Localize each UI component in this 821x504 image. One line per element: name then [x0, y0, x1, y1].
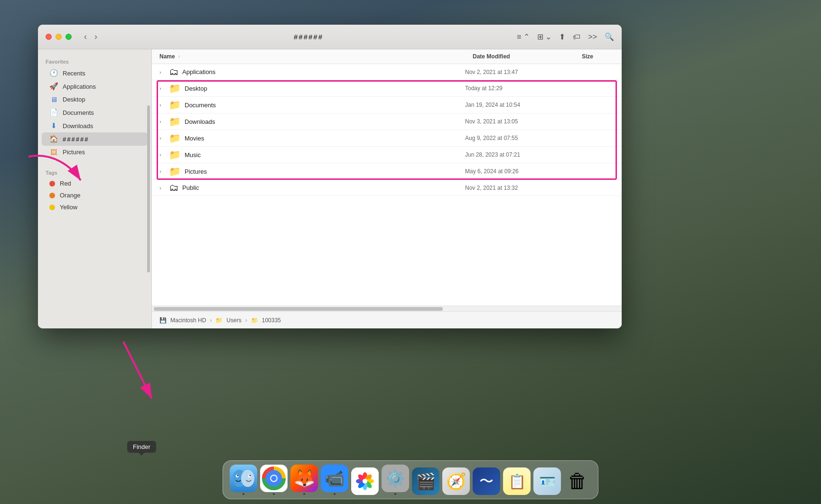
file-list: › 🗂 Applications Nov 2, 2021 at 13:47 › [152, 64, 622, 306]
file-row-documents[interactable]: › 📁 Documents Jan 19, 2024 at 10:54 [152, 97, 622, 113]
finder-window: ‹ › ###### ≡ ⌃ ⊞ ⌄ ⬆ 🏷 >> 🔍 Favorites 🕐 … [38, 25, 622, 328]
recents-icon: 🕐 [49, 69, 58, 77]
sidebar-item-red[interactable]: Red [42, 177, 148, 189]
finder-dot [243, 493, 244, 495]
file-row-applications[interactable]: › 🗂 Applications Nov 2, 2021 at 13:47 [152, 64, 622, 80]
file-row-movies-name: › 📁 Movies [152, 132, 465, 144]
main-content: Favorites 🕐 Recents 🚀 Applications 🖥 Des… [38, 49, 622, 328]
dock-item-wave[interactable]: 〜 [473, 467, 500, 495]
file-row-music-name: › 📁 Music [152, 149, 465, 160]
name-column-header[interactable]: Name ↑ [152, 53, 465, 60]
favorites-label: Favorites [38, 55, 151, 66]
file-row-music[interactable]: › 📁 Music Jun 28, 2023 at 07:21 [152, 147, 622, 163]
finder-tooltip: Finder [127, 441, 156, 453]
sidebar-item-desktop[interactable]: 🖥 Desktop [42, 93, 148, 106]
firefox-dot [303, 493, 305, 495]
settings-icon: ⚙️ [382, 465, 409, 492]
column-headers: Name ↑ Date Modified Size [152, 49, 622, 64]
sidebar-item-downloads[interactable]: ⬇ Downloads [42, 119, 148, 132]
breadcrumb-users-label: Users [226, 317, 241, 324]
trash-icon: 🗑 [564, 467, 591, 495]
minimize-button[interactable] [56, 34, 62, 40]
desktop-icon: 🖥 [49, 95, 58, 103]
forward-button[interactable]: › [92, 30, 100, 44]
home-icon: 🏠 [49, 135, 58, 143]
pictures-folder-icon: 📁 [169, 166, 181, 177]
sidebar-item-yellow[interactable]: Yellow [42, 201, 148, 213]
downloads-icon: ⬇ [49, 121, 58, 130]
tags-label: Tags [38, 166, 151, 177]
list-view-icon[interactable]: ≡ ⌃ [517, 32, 530, 41]
yellow-tag-label: Yellow [60, 204, 77, 211]
quicktime-icon: 🎬 [412, 467, 439, 495]
sidebar-item-recents[interactable]: 🕐 Recents [42, 66, 148, 80]
more-icon[interactable]: >> [588, 33, 597, 41]
expand-arrow: › [159, 152, 165, 158]
dock-item-quicktime[interactable]: 🎬 [412, 467, 439, 495]
tag-icon[interactable]: 🏷 [573, 33, 580, 41]
documents-icon: 📄 [49, 108, 58, 117]
orange-tag-icon [49, 193, 55, 198]
expand-arrow: › [159, 168, 165, 174]
svg-point-8 [250, 475, 251, 476]
dock-item-photos[interactable] [351, 467, 379, 495]
documents-folder-icon: 📁 [169, 99, 181, 111]
orange-tag-label: Orange [60, 192, 80, 199]
dock-item-finder[interactable] [230, 465, 257, 495]
file-row-desktop-name: › 📁 Desktop [152, 83, 465, 94]
expand-arrow: › [159, 102, 165, 108]
size-column-header[interactable]: Size [574, 53, 622, 60]
back-button[interactable]: ‹ [81, 30, 90, 44]
status-bar: 💾 Macintosh HD › 📁 Users › 📁 100335 [152, 311, 622, 328]
sidebar-item-applications-label: Applications [63, 83, 96, 90]
svg-point-14 [271, 476, 277, 481]
date-column-header[interactable]: Date Modified [465, 53, 574, 60]
search-icon[interactable]: 🔍 [605, 32, 614, 41]
downloads-folder-icon: 📁 [169, 116, 181, 127]
sidebar-item-documents-label: Documents [63, 109, 94, 116]
traffic-lights [46, 34, 72, 40]
chrome-icon [260, 465, 288, 492]
file-row-public[interactable]: › 🗂 Public Nov 2, 2021 at 13:32 [152, 180, 622, 196]
dock-item-firefox[interactable]: 🦊 [290, 465, 318, 495]
toolbar-right: ≡ ⌃ ⊞ ⌄ ⬆ 🏷 >> 🔍 [517, 32, 614, 41]
breadcrumb-hd-label: Macintosh HD [170, 317, 206, 324]
scroll-thumb [154, 307, 443, 311]
safari-icon: 🧭 [442, 467, 470, 495]
sidebar-item-home-label: ###### [63, 136, 89, 143]
file-row-desktop[interactable]: › 📁 Desktop Today at 12:29 [152, 80, 622, 97]
dock-item-settings[interactable]: ⚙️ [382, 465, 409, 495]
photos-icon [351, 467, 379, 495]
breadcrumb-sep-1: › [210, 317, 212, 324]
dock-item-cards[interactable]: 🪪 [533, 467, 561, 495]
close-button[interactable] [46, 34, 52, 40]
file-row-downloads[interactable]: › 📁 Downloads Nov 3, 2021 at 13:05 [152, 113, 622, 130]
dock-item-safari[interactable]: 🧭 [442, 467, 470, 495]
file-row-downloads-name: › 📁 Downloads [152, 116, 465, 127]
sidebar-item-orange[interactable]: Orange [42, 189, 148, 201]
wave-icon: 〜 [473, 467, 500, 495]
dock-item-trash[interactable]: 🗑 [564, 467, 591, 495]
sidebar-scrollbar[interactable] [147, 105, 150, 273]
sidebar: Favorites 🕐 Recents 🚀 Applications 🖥 Des… [38, 49, 152, 328]
sidebar-item-pictures[interactable]: 🖼 Pictures [42, 146, 148, 159]
file-list-area: Name ↑ Date Modified Size › 🗂 Applicatio… [152, 49, 622, 328]
horizontal-scrollbar[interactable] [152, 306, 622, 311]
breadcrumb-hd-icon: 💾 [159, 317, 167, 324]
sidebar-item-applications[interactable]: 🚀 Applications [42, 80, 148, 93]
public-folder-icon: 🗂 [169, 182, 178, 193]
file-row-pictures[interactable]: › 📁 Pictures May 6, 2024 at 09:26 [152, 163, 622, 180]
file-row-movies[interactable]: › 📁 Movies Aug 9, 2022 at 07:55 [152, 130, 622, 147]
maximize-button[interactable] [65, 34, 72, 40]
notes-icon: 📋 [503, 467, 531, 495]
sidebar-item-home[interactable]: 🏠 ###### [42, 132, 148, 146]
sidebar-item-documents[interactable]: 📄 Documents [42, 106, 148, 119]
expand-arrow: › [159, 85, 165, 91]
dock-item-chrome[interactable] [260, 465, 288, 495]
firefox-icon: 🦊 [290, 465, 318, 492]
dock-item-notes[interactable]: 📋 [503, 467, 531, 495]
grid-view-icon[interactable]: ⊞ ⌄ [537, 32, 551, 41]
svg-point-24 [363, 479, 367, 484]
dock-item-zoom[interactable]: 📹 [321, 465, 348, 495]
share-icon[interactable]: ⬆ [559, 32, 565, 41]
